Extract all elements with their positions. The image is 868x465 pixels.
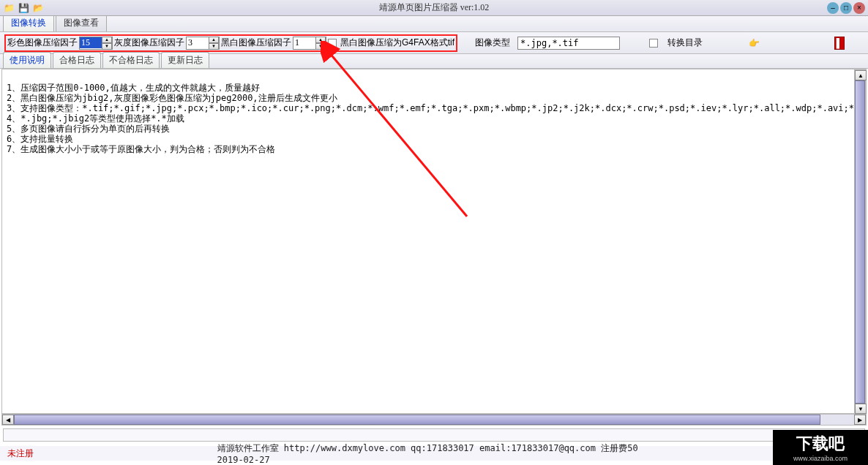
exit-icon[interactable]: ▌: [834, 37, 845, 50]
bw-factor-up[interactable]: ▲: [315, 37, 326, 43]
status-bar: 未注册 靖源软件工作室 http://www.dxmylove.com qq:1…: [0, 446, 868, 461]
gray-factor-label: 灰度图像压缩因子: [114, 37, 184, 49]
tab-update-log[interactable]: 更新日志: [161, 52, 209, 68]
tab-image-view[interactable]: 图像查看: [56, 14, 107, 31]
window-title: 靖源单页图片压缩器 ver:1.02: [379, 1, 490, 14]
minimize-button[interactable]: –: [827, 2, 839, 14]
footer-info: 靖源软件工作室 http://www.dxmylove.com qq:17183…: [217, 442, 651, 465]
g4fax-checkbox[interactable]: [328, 39, 337, 48]
scroll-up-button[interactable]: ▲: [855, 70, 867, 80]
bw-factor-label: 黑白图像压缩因子: [221, 37, 291, 49]
tab-fail-log[interactable]: 不合格日志: [102, 52, 160, 68]
instruction-line: 6、支持批量转换: [7, 134, 73, 144]
scroll-left-button[interactable]: ◀: [2, 415, 14, 425]
titlebar: 📁 💾 📂 靖源单页图片压缩器 ver:1.02 – □ ×: [0, 0, 868, 16]
image-type-input[interactable]: [517, 37, 620, 50]
color-factor-input[interactable]: ▲ ▼: [79, 37, 113, 50]
gray-factor-input[interactable]: ▲ ▼: [186, 37, 220, 50]
instruction-line: 3、支持图像类型：*.tif;*.gif;*.jpg;*.pcx;*.bmp;*…: [7, 103, 867, 113]
tab-image-convert[interactable]: 图像转换: [3, 14, 54, 31]
image-type-label: 图像类型: [475, 37, 510, 49]
folder-icon[interactable]: 📂: [32, 2, 44, 14]
convert-dir-label: 转换目录: [667, 37, 703, 49]
convert-dir-checkbox[interactable]: [649, 39, 658, 48]
vertical-scroll-thumb[interactable]: [855, 80, 865, 404]
instruction-line: 1、压缩因子范围0-1000,值越大，生成的文件就越大，质量越好: [7, 83, 260, 93]
registration-status: 未注册: [7, 447, 34, 460]
maximize-button[interactable]: □: [840, 2, 852, 14]
tab-pass-log[interactable]: 合格日志: [53, 52, 101, 68]
instructions-panel: 1、压缩因子范围0-1000,值越大，生成的文件就越大，质量越好 2、黑白图像压…: [1, 69, 867, 414]
instruction-line: 7、生成图像大小小于或等于原图像大小，判为合格；否则判为不合格: [7, 144, 275, 154]
gray-factor-field[interactable]: [187, 37, 209, 48]
bw-factor-field[interactable]: [293, 37, 315, 48]
browse-icon[interactable]: 👉: [747, 37, 761, 49]
scroll-down-button[interactable]: ▼: [855, 404, 867, 414]
instruction-line: 4、*.jbg;*.jbig2等类型使用选择*.*加载: [7, 113, 184, 124]
instruction-line: 2、黑白图像压缩为jbig2,灰度图像彩色图像压缩为jpeg2000,注册后生成…: [7, 93, 337, 103]
vertical-scrollbar[interactable]: ▲ ▼: [854, 69, 866, 415]
gray-factor-up[interactable]: ▲: [209, 37, 219, 43]
main-tabs: 图像转换 图像查看: [0, 16, 868, 32]
compression-factor-group: 彩色图像压缩因子 ▲ ▼ 灰度图像压缩因子 ▲ ▼ 黑白图像压缩因子 ▲ ▼ 黑…: [4, 34, 457, 52]
horizontal-scrollbar[interactable]: ◀ ▶: [1, 414, 867, 426]
save-icon[interactable]: 💾: [18, 2, 29, 14]
tab-instructions[interactable]: 使用说明: [3, 52, 51, 68]
g4fax-label: 黑白图像压缩为G4FAX格式tif: [340, 37, 454, 49]
progress-bar: [3, 428, 865, 442]
instruction-line: 5、多页图像请自行拆分为单页的后再转换: [7, 124, 170, 134]
sub-tabs: 使用说明 合格日志 不合格日志 更新日志: [0, 54, 868, 69]
color-factor-up[interactable]: ▲: [102, 37, 112, 43]
bw-factor-input[interactable]: ▲ ▼: [293, 37, 326, 50]
scroll-right-button[interactable]: ▶: [854, 415, 866, 425]
close-button[interactable]: ×: [853, 2, 865, 14]
bw-factor-down[interactable]: ▼: [315, 43, 326, 50]
color-factor-field[interactable]: [80, 37, 102, 48]
app-icon: 📁: [3, 2, 15, 14]
watermark: 下载吧 www.xiazaiba.com: [773, 430, 868, 465]
color-factor-label: 彩色图像压缩因子: [7, 37, 78, 49]
horizontal-scroll-thumb[interactable]: [14, 415, 820, 425]
watermark-url: www.xiazaiba.com: [793, 455, 848, 462]
color-factor-down[interactable]: ▼: [102, 43, 112, 50]
watermark-text: 下载吧: [796, 433, 845, 455]
toolbar: 彩色图像压缩因子 ▲ ▼ 灰度图像压缩因子 ▲ ▼ 黑白图像压缩因子 ▲ ▼ 黑…: [0, 32, 868, 54]
gray-factor-down[interactable]: ▼: [209, 43, 219, 50]
